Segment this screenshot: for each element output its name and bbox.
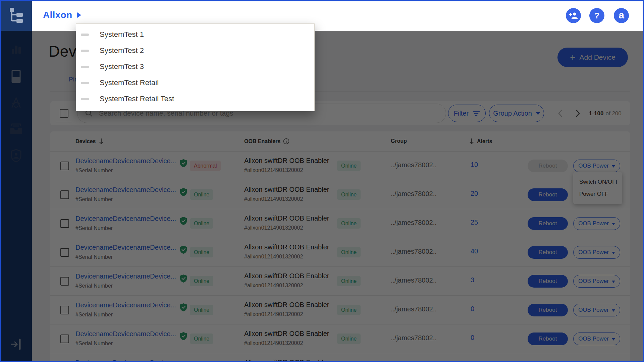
tree-logo-icon xyxy=(8,6,24,24)
workspace-menu-item[interactable]: SystemTest Retail Test xyxy=(76,91,314,107)
workspace-name: Allxon xyxy=(43,10,72,20)
workspace-menu-item[interactable]: SystemTest 1 xyxy=(76,26,314,43)
allxon-logo-button[interactable]: a xyxy=(614,8,629,23)
dash-icon xyxy=(81,66,89,68)
workspace-menu-item[interactable]: SystemTest 3 xyxy=(76,59,314,75)
dash-icon xyxy=(81,34,89,36)
dash-icon xyxy=(81,98,89,100)
dash-icon xyxy=(81,82,89,84)
workspace-menu-item-label: SystemTest 1 xyxy=(100,30,144,39)
workspace-menu-item-label: SystemTest 2 xyxy=(100,46,144,55)
expand-caret-icon xyxy=(77,12,81,18)
allxon-a-icon: a xyxy=(619,9,624,21)
workspace-menu-item-label: SystemTest Retail xyxy=(100,78,159,87)
question-mark-icon: ? xyxy=(594,11,599,20)
person-add-icon xyxy=(569,11,578,20)
app-logo[interactable] xyxy=(0,0,32,31)
dash-icon xyxy=(81,50,89,52)
invite-user-button[interactable] xyxy=(566,8,581,23)
workspace-breadcrumb[interactable]: Allxon xyxy=(43,10,81,20)
workspace-menu-item[interactable]: SystemTest 2 xyxy=(76,43,314,59)
workspace-dropdown: SystemTest 1 SystemTest 2 SystemTest 3 S… xyxy=(76,23,315,111)
workspace-menu-item[interactable]: SystemTest Retail xyxy=(76,75,314,91)
help-button[interactable]: ? xyxy=(589,8,604,23)
workspace-menu-item-label: SystemTest Retail Test xyxy=(100,95,174,103)
workspace-menu-item-label: SystemTest 3 xyxy=(100,62,144,71)
